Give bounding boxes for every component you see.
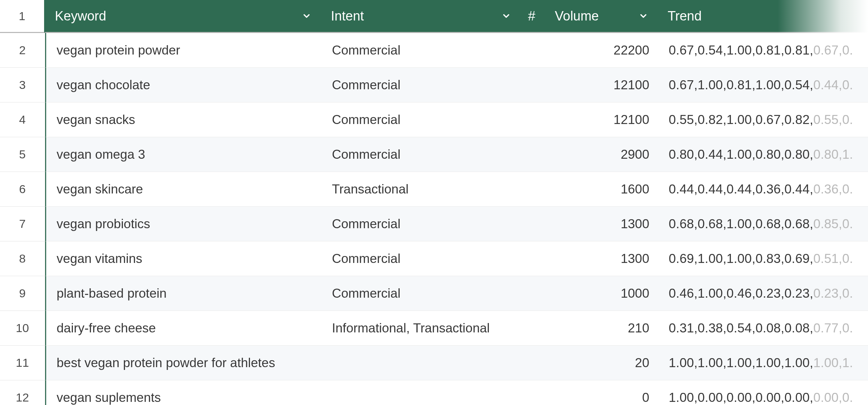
row-number[interactable]: 12 <box>0 380 45 405</box>
row-number[interactable]: 3 <box>0 68 45 102</box>
cell-trend[interactable]: 0.46,1.00,0.46,0.23,0.23,0.23,0. <box>659 286 868 301</box>
row-number[interactable]: 6 <box>0 172 45 207</box>
cell-keyword[interactable]: vegan suplements <box>46 390 322 405</box>
cell-keyword[interactable]: vegan probiotics <box>46 217 322 231</box>
cell-volume[interactable]: 12100 <box>546 113 659 127</box>
table-row[interactable]: vegan protein powder Commercial 22200 0.… <box>45 33 868 68</box>
cell-keyword[interactable]: dairy-free cheese <box>46 321 322 336</box>
cell-volume[interactable]: 20 <box>546 356 659 370</box>
cell-keyword[interactable]: best vegan protein powder for athletes <box>46 356 322 370</box>
cell-trend[interactable]: 0.69,1.00,1.00,0.83,0.69,0.51,0. <box>659 251 868 266</box>
cell-trend[interactable]: 1.00,0.00,0.00,0.00,0.00,0.00,0. <box>659 390 868 405</box>
cell-trend[interactable]: 0.80,0.44,1.00,0.80,0.80,0.80,1. <box>659 147 868 162</box>
spreadsheet: 1 2 3 4 5 6 7 8 9 10 11 12 Keyword Inten… <box>0 0 868 405</box>
cell-volume[interactable]: 210 <box>546 321 659 336</box>
chevron-down-icon[interactable] <box>501 11 511 21</box>
column-label: Intent <box>331 9 501 24</box>
cell-trend[interactable]: 0.31,0.38,0.54,0.08,0.08,0.77,0. <box>659 321 868 336</box>
table-row[interactable]: vegan probiotics Commercial 1300 0.68,0.… <box>45 207 868 241</box>
cell-trend[interactable]: 0.55,0.82,1.00,0.67,0.82,0.55,0. <box>659 113 868 127</box>
table-header: Keyword Intent # Volume T <box>45 0 868 33</box>
cell-intent[interactable]: Commercial <box>322 78 522 92</box>
cell-volume[interactable]: 1300 <box>546 251 659 266</box>
cell-intent[interactable]: Commercial <box>322 217 522 231</box>
cell-keyword[interactable]: vegan protein powder <box>46 43 322 58</box>
column-label: Volume <box>555 9 639 24</box>
column-header-hash[interactable]: # <box>521 0 545 32</box>
cell-trend[interactable]: 0.67,1.00,0.81,1.00,0.54,0.44,0. <box>659 78 868 92</box>
column-header-volume[interactable]: Volume <box>545 0 658 32</box>
column-label: Trend <box>668 9 858 24</box>
cell-keyword[interactable]: vegan omega 3 <box>46 147 322 162</box>
row-number[interactable]: 9 <box>0 276 45 311</box>
cell-intent[interactable]: Commercial <box>322 251 522 266</box>
row-number[interactable]: 11 <box>0 346 45 380</box>
cell-keyword[interactable]: vegan snacks <box>46 113 322 127</box>
cell-volume[interactable]: 1600 <box>546 182 659 197</box>
row-number[interactable]: 4 <box>0 102 45 137</box>
column-label: Keyword <box>55 9 302 24</box>
cell-keyword[interactable]: vegan skincare <box>46 182 322 197</box>
table-body: Keyword Intent # Volume T <box>45 0 868 405</box>
cell-keyword[interactable]: vegan vitamins <box>46 251 322 266</box>
row-number-header[interactable]: 1 <box>0 0 45 33</box>
cell-volume[interactable]: 1300 <box>546 217 659 231</box>
table-row[interactable]: best vegan protein powder for athletes 2… <box>45 346 868 380</box>
table-row[interactable]: vegan omega 3 Commercial 2900 0.80,0.44,… <box>45 137 868 172</box>
cell-intent[interactable]: Commercial <box>322 286 522 301</box>
cell-volume[interactable]: 2900 <box>546 147 659 162</box>
row-number-gutter: 1 2 3 4 5 6 7 8 9 10 11 12 <box>0 0 45 405</box>
cell-volume[interactable]: 22200 <box>546 43 659 58</box>
cell-intent[interactable]: Commercial <box>322 43 522 58</box>
table-row[interactable]: plant-based protein Commercial 1000 0.46… <box>45 276 868 311</box>
table-row[interactable]: vegan suplements 0 1.00,0.00,0.00,0.00,0… <box>45 380 868 405</box>
column-header-keyword[interactable]: Keyword <box>45 0 321 32</box>
row-number[interactable]: 8 <box>0 241 45 276</box>
row-number[interactable]: 5 <box>0 137 45 172</box>
table-row[interactable]: vegan snacks Commercial 12100 0.55,0.82,… <box>45 102 868 137</box>
cell-trend[interactable]: 0.67,0.54,1.00,0.81,0.81,0.67,0. <box>659 43 868 58</box>
table-row[interactable]: vegan vitamins Commercial 1300 0.69,1.00… <box>45 241 868 276</box>
row-number[interactable]: 7 <box>0 207 45 241</box>
cell-intent[interactable]: Informational, Transactional <box>322 321 522 336</box>
cell-trend[interactable]: 0.44,0.44,0.44,0.36,0.44,0.36,0. <box>659 182 868 197</box>
table-row[interactable]: vegan chocolate Commercial 12100 0.67,1.… <box>45 68 868 102</box>
cell-intent[interactable]: Commercial <box>322 113 522 127</box>
table-row[interactable]: dairy-free cheese Informational, Transac… <box>45 311 868 346</box>
cell-trend[interactable]: 0.68,0.68,1.00,0.68,0.68,0.85,0. <box>659 217 868 231</box>
cell-volume[interactable]: 1000 <box>546 286 659 301</box>
row-number[interactable]: 10 <box>0 311 45 346</box>
row-number[interactable]: 2 <box>0 33 45 68</box>
cell-volume[interactable]: 0 <box>546 390 659 405</box>
column-label: # <box>528 9 535 24</box>
cell-keyword[interactable]: vegan chocolate <box>46 78 322 92</box>
table-row[interactable]: vegan skincare Transactional 1600 0.44,0… <box>45 172 868 207</box>
cell-intent[interactable]: Transactional <box>322 182 522 197</box>
chevron-down-icon[interactable] <box>302 11 311 21</box>
column-header-trend[interactable]: Trend <box>658 0 868 32</box>
cell-volume[interactable]: 12100 <box>546 78 659 92</box>
chevron-down-icon[interactable] <box>639 11 648 21</box>
cell-trend[interactable]: 1.00,1.00,1.00,1.00,1.00,1.00,1. <box>659 356 868 370</box>
cell-intent[interactable]: Commercial <box>322 147 522 162</box>
column-header-intent[interactable]: Intent <box>321 0 521 32</box>
cell-keyword[interactable]: plant-based protein <box>46 286 322 301</box>
